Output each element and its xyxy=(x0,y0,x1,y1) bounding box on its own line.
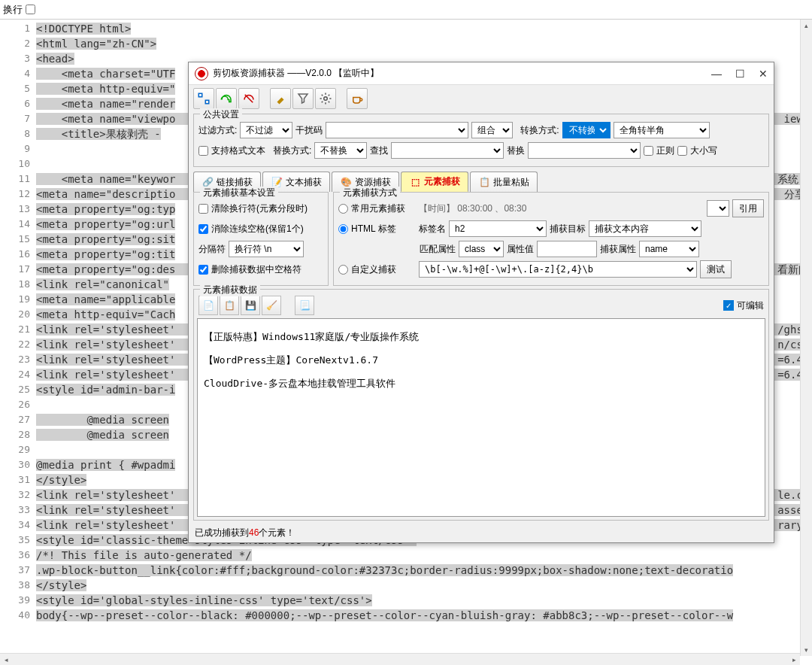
wrap-label: 换行 xyxy=(3,3,23,17)
scroll-right-icon[interactable]: ▸ xyxy=(788,656,800,663)
status-count: 46 xyxy=(249,527,259,538)
scroll-left-icon[interactable]: ◂ xyxy=(0,656,12,663)
tagname-select[interactable]: h2 xyxy=(449,220,547,237)
target-label: 捕获目标 xyxy=(550,223,586,235)
custom-regex-input[interactable]: \b[-\w.%]+@[-\w]+\.[a-z]{2,4}\b xyxy=(419,261,697,278)
match-attr-select[interactable]: class xyxy=(459,241,504,257)
replace-label: 替换 xyxy=(507,144,525,157)
clear-spaces-checkbox[interactable] xyxy=(198,224,208,234)
convert-label: 转换方式: xyxy=(520,124,559,137)
fullhalf-select[interactable]: 全角转半角 xyxy=(614,122,710,138)
match-attr-label: 匹配属性 xyxy=(420,243,456,256)
wrap-checkbox[interactable] xyxy=(26,5,35,14)
replace-mode-label: 替换方式: xyxy=(273,144,311,157)
noise-label: 干扰码 xyxy=(295,124,323,137)
filter-select[interactable]: 不过滤 xyxy=(240,122,292,138)
data-textarea[interactable]: 【正版特惠】Windows11家庭版/专业版操作系统【WordPress主题】C… xyxy=(197,318,765,517)
tab-batch-paste[interactable]: 📋批量粘贴 xyxy=(470,172,538,192)
paste-icon: 📋 xyxy=(478,176,490,188)
attr-val-label: 属性值 xyxy=(507,243,534,256)
custom-capture-label: 自定义捕获 xyxy=(351,263,416,276)
main-toolbar xyxy=(189,85,774,112)
tool-filter-icon[interactable] xyxy=(292,88,314,109)
capture-method-panel: 元素捕获方式 常用元素捕获 【时间】 08:30:00 、08:30 引用 HT… xyxy=(333,192,769,286)
status-bar: 已成功捕获到46个元素！ xyxy=(189,524,774,542)
cap-attr-select[interactable]: name xyxy=(639,241,699,257)
clear-newline-checkbox[interactable] xyxy=(198,204,208,214)
tab-element-capture[interactable]: ⬚元素捕获 xyxy=(401,172,468,192)
case-label: 大小写 xyxy=(690,144,717,157)
capture-dialog: 剪切板资源捕获器 ——V2.0.0 【监听中】 — ☐ ✕ 公共设置 过滤方式:… xyxy=(188,62,774,543)
replace-mode-select[interactable]: 不替换 xyxy=(314,142,367,159)
html-tag-label: HTML 标签 xyxy=(351,223,416,235)
editable-label: 可编辑 xyxy=(737,299,764,312)
quote-button[interactable]: 引用 xyxy=(732,199,764,217)
status-suffix: 个元素！ xyxy=(259,527,295,538)
time-example: 【时间】 08:30:00 、08:30 xyxy=(419,202,526,215)
filter-label: 过滤方式: xyxy=(198,124,237,137)
clear-spaces-label: 消除连续空格(保留1个) xyxy=(211,223,304,235)
support-format-label: 支持格式文本 xyxy=(211,144,265,157)
convert-select[interactable]: 不转换 xyxy=(562,122,611,138)
replace-input[interactable] xyxy=(528,142,641,159)
data-copy-button[interactable]: 📄 xyxy=(198,296,218,315)
tagname-label: 标签名 xyxy=(419,223,446,235)
svg-rect-1 xyxy=(205,100,209,104)
capture-data-panel: 元素捕获数据 📄 📋 💾 🧹 📃 ✓ 可编辑 【正版特惠】Windows11家庭… xyxy=(193,289,769,521)
editable-toggle[interactable]: ✓ 可编辑 xyxy=(723,299,764,312)
target-select[interactable]: 捕获文本内容 xyxy=(589,220,701,237)
minimize-button[interactable]: — xyxy=(711,68,722,80)
test-button[interactable]: 测试 xyxy=(700,260,732,278)
titlebar[interactable]: 剪切板资源捕获器 ——V2.0.0 【监听中】 — ☐ ✕ xyxy=(189,62,774,85)
noise-select[interactable] xyxy=(326,122,468,138)
tool-headphones-green-icon[interactable] xyxy=(216,88,237,109)
editor-top-bar: 换行 xyxy=(0,0,812,20)
data-list-button[interactable]: 📃 xyxy=(295,296,314,315)
attr-val-input[interactable] xyxy=(537,241,597,257)
data-save-button[interactable]: 💾 xyxy=(241,296,260,315)
vertical-scrollbar[interactable]: ▴ ▾ xyxy=(800,20,812,656)
common-element-select[interactable] xyxy=(707,200,729,217)
combine-select[interactable]: 组合 xyxy=(471,122,513,138)
clear-captured-spaces-label: 删除捕获数据中空格符 xyxy=(211,263,301,276)
clear-newline-label: 清除换行符(元素分段时) xyxy=(211,202,308,215)
custom-capture-radio[interactable] xyxy=(338,265,348,275)
html-tag-radio[interactable] xyxy=(338,224,348,234)
capture-tabs: 🔗链接捕获 📝文本捕获 🎨资源捕获 ⬚元素捕获 📋批量粘贴 xyxy=(193,172,769,192)
common-element-radio[interactable] xyxy=(338,204,348,214)
status-prefix: 已成功捕获到 xyxy=(195,527,249,538)
regex-label: 正则 xyxy=(656,144,674,157)
clear-captured-spaces-checkbox[interactable] xyxy=(198,265,208,275)
data-paste-button[interactable]: 📋 xyxy=(220,296,239,315)
line-gutter: 1234567891011121314151617181920212223242… xyxy=(0,20,36,656)
scroll-up-icon[interactable]: ▴ xyxy=(801,20,812,32)
data-legend: 元素捕获数据 xyxy=(200,284,260,296)
horizontal-scrollbar[interactable]: ◂ ▸ xyxy=(0,653,800,665)
tool-brush-icon[interactable] xyxy=(270,88,291,109)
tool-headphones-red-icon[interactable] xyxy=(238,88,259,109)
tool-coffee-icon[interactable] xyxy=(347,88,368,109)
find-label: 查找 xyxy=(370,144,388,157)
data-clear-button[interactable]: 🧹 xyxy=(262,296,281,315)
maximize-button[interactable]: ☐ xyxy=(735,68,745,80)
common-element-label: 常用元素捕获 xyxy=(351,202,416,215)
cap-attr-label: 捕获属性 xyxy=(600,243,636,256)
svg-point-3 xyxy=(324,97,328,101)
separator-label: 分隔符 xyxy=(198,243,226,256)
support-format-checkbox[interactable] xyxy=(198,146,208,156)
window-title: 剪切板资源捕获器 ——V2.0.0 【监听中】 xyxy=(213,67,711,80)
method-legend: 元素捕获方式 xyxy=(340,187,400,199)
element-icon: ⬚ xyxy=(409,176,421,188)
app-icon xyxy=(195,67,208,80)
basic-legend: 元素捕获基本设置 xyxy=(200,187,278,199)
tool-scan-icon[interactable] xyxy=(193,88,214,109)
close-button[interactable]: ✕ xyxy=(759,68,768,80)
tool-gear-icon[interactable] xyxy=(315,88,336,109)
scroll-down-icon[interactable]: ▾ xyxy=(801,644,812,656)
find-input[interactable] xyxy=(391,142,504,159)
basic-settings-panel: 元素捕获基本设置 清除换行符(元素分段时) 消除连续空格(保留1个) 分隔符换行… xyxy=(193,192,329,286)
case-checkbox[interactable] xyxy=(677,146,687,156)
separator-select[interactable]: 换行符 \n xyxy=(229,241,304,257)
regex-checkbox[interactable] xyxy=(644,146,653,156)
common-settings-group: 公共设置 过滤方式: 不过滤 干扰码 组合 转换方式: 不转换 全角转半角 支持… xyxy=(193,114,769,167)
